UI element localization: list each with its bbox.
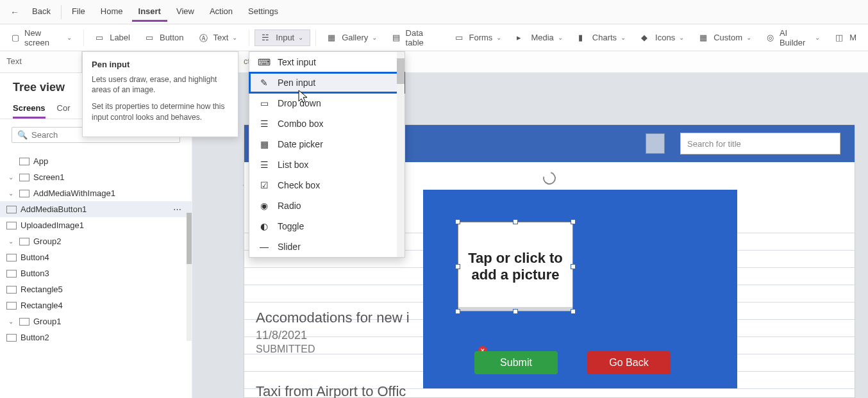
custom-icon: ▦ xyxy=(699,33,710,43)
node-app[interactable]: App xyxy=(0,153,192,169)
menu-file[interactable]: File xyxy=(65,3,92,22)
ribbon-button[interactable]: ▭Button xyxy=(139,30,190,46)
node-rectangle5[interactable]: Rectangle5 xyxy=(0,281,192,297)
dd-text-input[interactable]: ⌨Text input xyxy=(249,52,405,72)
slider-icon: — xyxy=(258,242,270,252)
input-dropdown: ⌨Text input ✎Pen input ▭Drop down ☰Combo… xyxy=(249,51,405,258)
ribbon-text[interactable]: ⒶText⌄ xyxy=(193,30,244,46)
chevron-down-icon: ⌄ xyxy=(67,34,72,41)
node-rectangle4[interactable]: Rectangle4 xyxy=(0,297,192,313)
ribbon-icons[interactable]: ◆Icons⌄ xyxy=(635,30,690,46)
ribbon-input[interactable]: ☵Input⌄ xyxy=(255,29,310,46)
dd-pen-input[interactable]: ✎Pen input xyxy=(249,72,405,93)
menu-insert[interactable]: Insert xyxy=(132,3,167,22)
check-icon: ☑ xyxy=(258,180,270,190)
button-icon: ▭ xyxy=(146,33,156,43)
ribbon-custom[interactable]: ▦Custom⌄ xyxy=(693,30,758,46)
chevron-down-icon: ⌄ xyxy=(621,34,626,41)
search-icon: 🔍 xyxy=(17,130,28,140)
node-uploadedimage1[interactable]: UploadedImage1 xyxy=(0,217,192,233)
resize-handle[interactable] xyxy=(455,264,460,269)
chevron-down-icon[interactable]: ⌄ xyxy=(6,190,15,197)
resize-handle[interactable] xyxy=(513,219,518,224)
gallery-item-title[interactable]: Accomodations for new i xyxy=(256,310,410,326)
chevron-down-icon[interactable]: ⌄ xyxy=(6,174,15,181)
gallery-icon: ▦ xyxy=(328,33,338,43)
dd-list-box[interactable]: ☰List box xyxy=(249,154,405,175)
ribbon-label[interactable]: ▭Label xyxy=(89,30,137,46)
node-screen1[interactable]: ⌄Screen1 xyxy=(0,169,192,185)
dd-drop-down[interactable]: ▭Drop down xyxy=(249,93,405,113)
group-icon xyxy=(19,190,29,197)
chevron-down-icon: ⌄ xyxy=(372,34,377,41)
tree: App ⌄Screen1 ⌄AddMediaWithImage1 AddMedi… xyxy=(0,151,192,345)
dd-radio[interactable]: ◉Radio xyxy=(249,195,405,216)
menu-action[interactable]: Action xyxy=(203,3,239,22)
button-icon xyxy=(6,254,17,261)
menu-settings[interactable]: Settings xyxy=(242,3,285,22)
tree-scrollbar[interactable] xyxy=(187,213,192,341)
gallery-item-status: SUBMITTED xyxy=(256,344,410,355)
dd-toggle[interactable]: ◐Toggle xyxy=(249,216,405,236)
screen-icon xyxy=(19,174,29,181)
resize-handle[interactable] xyxy=(513,309,518,314)
node-addmediawithimage1[interactable]: ⌄AddMediaWithImage1 xyxy=(0,185,192,201)
media-icon: ▸ xyxy=(517,33,527,43)
button-icon xyxy=(6,270,17,278)
resize-handle[interactable] xyxy=(455,219,460,224)
tab-screens[interactable]: Screens xyxy=(13,99,46,119)
ribbon-aibuilder[interactable]: ◎AI Builder⌄ xyxy=(760,26,826,50)
chevron-down-icon[interactable]: ⌄ xyxy=(6,238,15,245)
ribbon-gallery[interactable]: ▦Gallery⌄ xyxy=(321,30,383,46)
gallery-item-title[interactable]: Taxi from Airport to Offic xyxy=(256,383,410,398)
pen-input-icon: ✎ xyxy=(258,78,270,88)
submit-button[interactable]: Submit xyxy=(474,351,558,374)
node-group2[interactable]: ⌄Group2 xyxy=(0,233,192,249)
node-button4[interactable]: Button4 xyxy=(0,249,192,265)
gallery-item-date: 11/8/2021 xyxy=(256,329,410,342)
node-addmediabutton1[interactable]: AddMediaButton1⋯ xyxy=(0,201,192,217)
add-picture-button[interactable]: Tap or click to add a picture xyxy=(458,222,573,311)
more-icon[interactable]: ⋯ xyxy=(168,204,187,214)
date-icon: ▦ xyxy=(258,139,270,149)
resize-handle[interactable] xyxy=(571,264,576,269)
chevron-down-icon[interactable]: ⌄ xyxy=(6,318,15,325)
dd-combo-box[interactable]: ☰Combo box xyxy=(249,113,405,134)
ai-icon: ◎ xyxy=(767,33,776,43)
list-icon: ☰ xyxy=(258,160,270,170)
node-button3[interactable]: Button3 xyxy=(0,265,192,281)
node-group1[interactable]: ⌄Group1 xyxy=(0,313,192,329)
tab-components[interactable]: Cor xyxy=(57,99,71,119)
pen-input-tooltip: Pen input Lets users draw, erase, and hi… xyxy=(82,51,238,137)
menu-home[interactable]: Home xyxy=(94,3,129,22)
tooltip-line2: Set its properties to determine how this… xyxy=(92,101,229,122)
resize-handle[interactable] xyxy=(571,219,576,224)
resize-handle[interactable] xyxy=(571,309,576,314)
back-arrow-icon[interactable]: ← xyxy=(6,4,23,20)
ribbon-charts[interactable]: ▮Charts⌄ xyxy=(572,30,632,46)
goback-button[interactable]: Go Back xyxy=(587,351,671,374)
node-button2[interactable]: Button2 xyxy=(0,329,192,345)
property-selector[interactable]: Text xyxy=(0,51,82,72)
ribbon-datatable[interactable]: ▤Data table xyxy=(386,26,446,50)
icons-icon: ◆ xyxy=(641,33,651,43)
dropdown-scrollbar[interactable] xyxy=(397,52,405,257)
tooltip-title: Pen input xyxy=(92,60,229,69)
radio-icon: ◉ xyxy=(258,201,270,211)
ribbon-new-screen[interactable]: ▢New screen⌄ xyxy=(5,26,78,50)
toggle-icon: ◐ xyxy=(258,221,270,231)
refresh-icon[interactable] xyxy=(540,169,558,187)
menu-back[interactable]: Back xyxy=(26,3,57,22)
ribbon-media[interactable]: ▸Media⌄ xyxy=(510,30,569,46)
label-icon: ▭ xyxy=(96,33,106,43)
search-title-input[interactable]: Search for title xyxy=(680,133,840,154)
dd-check-box[interactable]: ☑Check box xyxy=(249,175,405,195)
dd-slider[interactable]: —Slider xyxy=(249,236,405,257)
ribbon-forms[interactable]: ▭Forms⌄ xyxy=(449,30,508,46)
table-icon: ▤ xyxy=(392,33,401,43)
ribbon-mixed[interactable]: ◫M xyxy=(829,30,863,46)
menu-view[interactable]: View xyxy=(170,3,201,22)
resize-handle[interactable] xyxy=(455,309,460,314)
header-dropdown[interactable] xyxy=(646,133,665,154)
dd-date-picker[interactable]: ▦Date picker xyxy=(249,134,405,154)
